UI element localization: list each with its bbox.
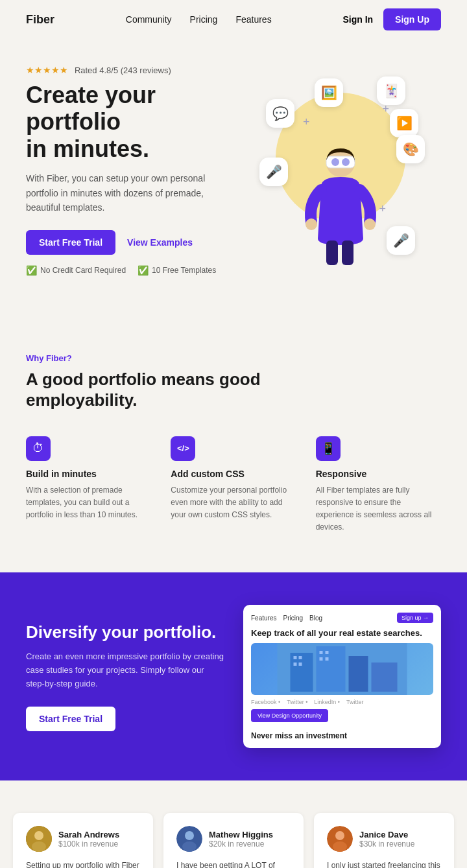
svg-rect-15	[294, 663, 297, 666]
svg-point-2	[331, 158, 339, 166]
feature-title-0: Build in minutes	[26, 469, 151, 479]
svg-rect-11	[349, 656, 368, 692]
svg-rect-6	[326, 240, 338, 265]
float-icon-mic2: 🎤	[387, 226, 415, 255]
avatar-sarah	[26, 826, 52, 852]
svg-rect-14	[299, 656, 302, 659]
mockup-body: Keep track of all your real estate searc…	[251, 628, 433, 740]
hero-left: ★★★★★ Rated 4.8/5 (243 reviews) Create y…	[26, 65, 227, 276]
mockup-tagline: Never miss an investment	[251, 731, 433, 740]
testimonial-janice: Janice Dave $30k in revenue I only just …	[314, 813, 454, 868]
svg-rect-19	[320, 657, 323, 661]
svg-point-29	[333, 841, 347, 852]
svg-rect-1	[326, 156, 355, 168]
building-svg	[251, 643, 433, 695]
cta-button[interactable]: Start Free Trial	[26, 707, 115, 731]
hero-title: Create your portfolio in minutes.	[26, 82, 227, 162]
hero-cta-primary[interactable]: Start Free Trial	[26, 230, 115, 255]
nav-pricing[interactable]: Pricing	[190, 14, 218, 25]
svg-rect-17	[320, 651, 323, 654]
cta-mockup: Features Pricing Blog Sign up → Keep tra…	[243, 605, 441, 748]
svg-rect-16	[299, 663, 302, 666]
mockup-headline: Keep track of all your real estate searc…	[251, 628, 433, 639]
hero-section: ★★★★★ Rated 4.8/5 (243 reviews) Create y…	[0, 39, 467, 314]
nav-actions: Sign In Sign Up	[342, 8, 441, 30]
mockup-cta: Sign up →	[397, 613, 433, 623]
feature-css: </> Add custom CSS Customize your person…	[171, 436, 296, 534]
person-svg	[302, 138, 379, 268]
float-icon-chat: 💬	[266, 99, 294, 128]
feature-icon-timer: ⏱	[26, 436, 51, 461]
testimonial-revenue-mathew: $20k in revenue	[209, 839, 273, 849]
testimonial-name-sarah: Sarah Andrews	[58, 830, 119, 839]
hero-checks: ✅ No Credit Card Required ✅ 10 Free Temp…	[26, 265, 227, 276]
why-title: A good portfolio means good employabilit…	[26, 369, 441, 410]
svg-point-23	[32, 841, 46, 852]
plus-2: +	[382, 102, 389, 116]
testimonial-name-janice: Janice Dave	[359, 830, 414, 839]
testimonial-header-mathew: Mathew Higgins $20k in revenue	[176, 826, 291, 852]
hero-rating: ★★★★★ Rated 4.8/5 (243 reviews)	[26, 65, 227, 75]
feature-title-1: Add custom CSS	[171, 469, 296, 479]
feature-desc-2: All Fiber templates are fully responsive…	[316, 484, 441, 534]
svg-point-26	[182, 841, 197, 852]
nav-features[interactable]: Features	[235, 14, 271, 25]
check-icon-2: ✅	[138, 265, 149, 276]
why-section: Why Fiber? A good portfolio means good e…	[0, 314, 467, 572]
avatar-mathew	[176, 826, 202, 852]
mockup-image	[251, 643, 433, 695]
testimonial-header-janice: Janice Dave $30k in revenue	[327, 826, 441, 852]
svg-point-4	[305, 218, 317, 230]
testimonial-sarah: Sarah Andrews $100k in revenue Setting u…	[13, 813, 153, 868]
float-icon-palette: 🎨	[396, 135, 425, 163]
svg-point-3	[342, 158, 350, 166]
feature-icon-code: </>	[171, 436, 195, 461]
avatar-janice	[327, 826, 353, 852]
nav-community[interactable]: Community	[126, 14, 172, 25]
signup-button[interactable]: Sign Up	[383, 8, 441, 30]
feature-icon-device: 📱	[316, 436, 341, 461]
testimonial-revenue-sarah: $100k in revenue	[58, 839, 119, 849]
svg-point-5	[364, 218, 376, 230]
mockup-header: Features Pricing Blog Sign up →	[251, 613, 433, 623]
cta-left: Diversify your portfolio. Create an even…	[26, 622, 224, 731]
feature-responsive: 📱 Responsive All Fiber templates are ful…	[316, 436, 441, 534]
signin-button[interactable]: Sign In	[342, 14, 373, 25]
testimonial-header-sarah: Sarah Andrews $100k in revenue	[26, 826, 140, 852]
feature-desc-0: With a selection of premade templates, y…	[26, 484, 151, 522]
testimonial-text-sarah: Setting up my portfolio with Fiber took …	[26, 860, 140, 868]
feature-desc-1: Customize your personal portfolio even m…	[171, 484, 296, 522]
navbar: Fiber Community Pricing Features Sign In…	[0, 0, 467, 39]
plus-1: +	[303, 115, 310, 129]
why-label: Why Fiber?	[26, 353, 441, 363]
hero-illustration: 🖼️ 🃏 ▶️ 🎨 💬 🎤 🎤 + + +	[256, 73, 425, 268]
hero-check-1: ✅ No Credit Card Required	[26, 265, 126, 276]
nav-logo: Fiber	[26, 13, 54, 27]
float-icon-mic: 🎤	[259, 158, 288, 186]
float-icon-play: ▶️	[390, 109, 418, 137]
testimonial-text-mathew: I have been getting A LOT of leads ever …	[176, 860, 291, 868]
mockup-nav-pricing: Pricing	[283, 615, 303, 622]
cta-section: Diversify your portfolio. Create an even…	[0, 572, 467, 780]
svg-point-28	[335, 831, 344, 840]
mockup-social: Facebook • Twitter • LinkedIn • Twitter	[251, 699, 433, 705]
hero-subtitle: With Fiber, you can setup your own perso…	[26, 171, 227, 215]
hero-cta-link[interactable]: View Examples	[127, 237, 193, 248]
svg-point-22	[34, 831, 43, 840]
feature-title-2: Responsive	[316, 469, 441, 479]
features-grid: ⏱ Build in minutes With a selection of p…	[26, 436, 441, 534]
nav-links: Community Pricing Features	[126, 14, 272, 25]
float-icon-photo: 🖼️	[315, 78, 343, 107]
testimonial-mathew: Mathew Higgins $20k in revenue I have be…	[163, 813, 304, 868]
cta-right: Features Pricing Blog Sign up → Keep tra…	[243, 605, 441, 748]
hero-buttons: Start Free Trial View Examples	[26, 230, 227, 255]
testimonials-grid: Sarah Andrews $100k in revenue Setting u…	[13, 813, 454, 868]
testimonial-revenue-janice: $30k in revenue	[359, 839, 414, 849]
testimonials-section: Sarah Andrews $100k in revenue Setting u…	[0, 780, 467, 868]
svg-rect-7	[342, 240, 353, 265]
mockup-nav-features: Features	[251, 615, 276, 622]
svg-rect-13	[294, 656, 297, 659]
plus-3: +	[379, 202, 386, 216]
mockup-view-btn: View Design Opportunity	[251, 709, 328, 722]
hero-check-2: ✅ 10 Free Templates	[138, 265, 216, 276]
